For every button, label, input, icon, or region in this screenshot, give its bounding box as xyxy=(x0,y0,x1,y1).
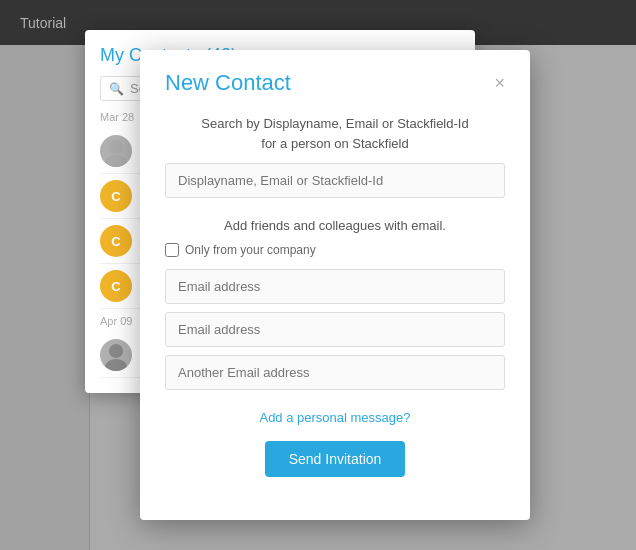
search-section: Search by Displayname, Email or Stackfie… xyxy=(165,114,505,198)
new-contact-modal: New Contact × Search by Displayname, Ema… xyxy=(140,50,530,520)
personal-message-link[interactable]: Add a personal message? xyxy=(165,410,505,425)
contact-avatar-human-2 xyxy=(100,339,132,371)
contact-avatar-4: C xyxy=(100,270,132,302)
contact-avatar-3: C xyxy=(100,225,132,257)
svg-point-1 xyxy=(105,155,127,167)
svg-point-3 xyxy=(105,359,127,371)
email-field-2[interactable] xyxy=(165,312,505,347)
email-field-1[interactable] xyxy=(165,269,505,304)
email-field-3[interactable] xyxy=(165,355,505,390)
only-company-checkbox[interactable] xyxy=(165,243,179,257)
add-friends-title: Add friends and colleagues with email. xyxy=(165,218,505,233)
contact-avatar-human xyxy=(100,135,132,167)
new-contact-header: New Contact × xyxy=(165,70,505,96)
new-contact-close-button[interactable]: × xyxy=(494,73,505,94)
svg-point-0 xyxy=(109,140,123,154)
stackfield-search-input[interactable] xyxy=(165,163,505,198)
only-company-row: Only from your company xyxy=(165,243,505,257)
contacts-search-icon: 🔍 xyxy=(109,82,124,96)
new-contact-title: New Contact xyxy=(165,70,291,96)
contact-avatar-2: C xyxy=(100,180,132,212)
search-description: Search by Displayname, Email or Stackfie… xyxy=(165,114,505,153)
send-invitation-button[interactable]: Send Invitation xyxy=(265,441,405,477)
svg-point-2 xyxy=(109,344,123,358)
add-friends-section: Add friends and colleagues with email. O… xyxy=(165,218,505,477)
only-company-label: Only from your company xyxy=(185,243,316,257)
